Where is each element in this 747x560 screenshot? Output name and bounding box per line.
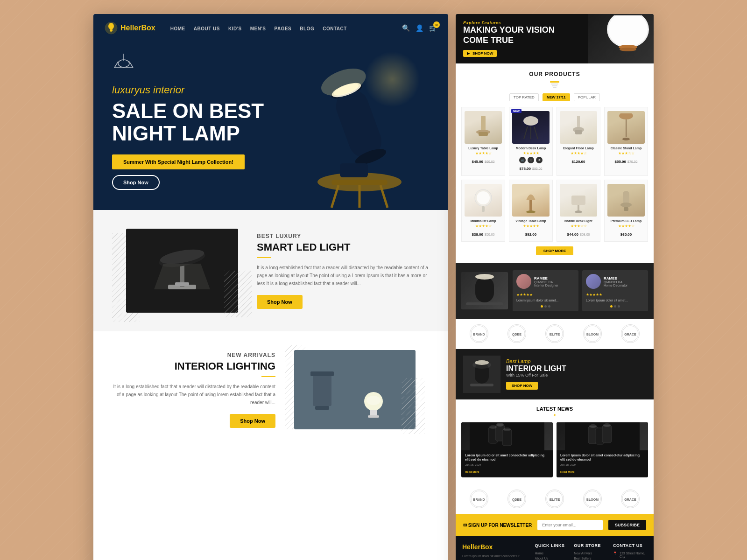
product-stars-7: ★★★☆☆ [560,224,597,228]
svg-rect-32 [315,406,329,410]
product-stars-4: ★★★☆☆ [607,151,645,155]
svg-rect-28 [175,282,189,286]
promo-title: Interior Light [506,364,646,373]
footer-link-best-sellers[interactable]: Best Sellers [574,557,607,560]
svg-rect-62 [482,206,485,212]
products-grid: Luxury Table Lamp ★★★★☆ $45.00$60.00 NEW [461,107,648,242]
logo-icon [105,21,118,35]
svg-rect-35 [368,415,379,418]
news-read-more-2[interactable]: Read More [560,470,575,473]
latest-news-title: LATEST NEWS [461,406,648,412]
svg-line-7 [129,62,133,68]
dot-4[interactable] [610,305,613,308]
svg-point-101 [603,423,611,427]
testimonial-dots-2 [586,305,644,308]
promo-italic-label: Best Lamp [506,358,646,364]
product-card-1: Luxury Table Lamp ★★★★☆ $45.00$60.00 [461,107,505,176]
dot-2[interactable] [544,305,547,308]
svg-point-36 [366,396,381,405]
product-name-8: Premium LED Lamp [607,219,645,223]
products-tabs: TOP RATED NEW 17/11 POPULAR [461,93,648,101]
dot-6[interactable] [618,305,620,308]
cart-add-icon[interactable]: 🛒 [519,157,526,163]
product-card-5: Minimalist Lamp ★★★★☆ $38.00$50.00 [461,180,505,242]
dot-5[interactable] [614,305,616,308]
product-price-1: $45.00$60.00 [465,156,502,165]
page-wrapper: HellerBox HOME ABOUT US KID'S MEN'S PAGE… [93,14,654,560]
svg-text:BRAND: BRAND [473,498,485,501]
footer-about-text: Lorem ipsum dolor sit amet consectetur a… [462,553,529,560]
hero-primary-cta-button[interactable]: Summer With Special Night Lamp Collectio… [112,154,245,169]
dot-3[interactable] [548,305,550,308]
brand-logo-8: ELITE [545,490,564,508]
logo[interactable]: HellerBox [105,21,155,35]
smart-led-shop-button[interactable]: Shop Now [257,295,303,309]
promo-shop-button[interactable]: SHOP NOW [506,382,538,390]
right-hero-badge[interactable]: ▶ SHOP NOW [463,50,497,57]
testimonial-avatar-2 [586,274,601,289]
products-section-title: OUR PRODUCTS [461,71,648,77]
svg-rect-71 [475,277,494,302]
newsletter-subscribe-button[interactable]: SUBSCRIBE [608,520,646,530]
footer-logo: HellerBox [462,543,529,551]
badge-text: SHOP NOW [472,51,493,56]
footer-link-home[interactable]: Home [535,552,569,555]
product-name-5: Minimalist Lamp [465,219,502,223]
tab-popular[interactable]: POPULAR [574,93,600,101]
eye-icon[interactable]: 👁 [536,157,543,163]
news-read-more-1[interactable]: Read More [465,470,479,473]
footer-section: HellerBox Lorem ipsum dolor sit amet con… [456,536,654,560]
footer-link-about[interactable]: About Us [535,557,569,560]
product-image-5 [465,184,502,217]
dot-1[interactable] [541,305,543,308]
svg-rect-30 [313,373,331,406]
svg-rect-29 [294,350,416,429]
hero-section: HellerBox HOME ABOUT US KID'S MEN'S PAGE… [93,14,448,210]
brands-row-2: BRAND QDEE ELITE BLOOM GRACE [456,484,654,514]
left-panel: HellerBox HOME ABOUT US KID'S MEN'S PAGE… [93,14,448,560]
footer-col-store: OUR STORE New Arrivals Best Sellers Sale… [574,543,607,560]
nav-blog[interactable]: BLOG [300,24,314,32]
cart-icon[interactable]: 🛒 0 [429,24,437,32]
shop-more-button[interactable]: SHOP MORE [536,246,574,255]
svg-point-50 [523,116,538,126]
nav-home[interactable]: HOME [170,24,185,32]
svg-text:QDEE: QDEE [512,333,521,336]
svg-text:ELITE: ELITE [550,332,560,336]
brand-logo-7: QDEE [507,490,526,508]
brand-logo-3: ELITE [545,324,564,343]
testimonial-dots-1 [516,305,575,308]
nav-pages[interactable]: PAGES [275,24,292,32]
svg-rect-56 [575,130,582,134]
footer-grid: HellerBox Lorem ipsum dolor sit amet con… [462,543,647,560]
footer-store-title: OUR STORE [574,543,607,548]
tab-top-rated[interactable]: TOP RATED [509,93,539,101]
nav-mens[interactable]: MEN'S [250,24,266,32]
svg-rect-73 [466,302,503,305]
main-nav: HellerBox HOME ABOUT US KID'S MEN'S PAGE… [93,14,448,42]
footer-link-new-arrivals[interactable]: New Arrivals [574,552,607,555]
nav-contact[interactable]: CONTACT [323,24,347,32]
news-title-text-1: Lorem ipsum dolor sit amet consectetur a… [465,453,549,462]
newsletter-email-input[interactable] [537,520,603,530]
nav-kids[interactable]: KID'S [228,24,242,32]
svg-rect-92 [502,429,512,446]
tab-new[interactable]: NEW 17/11 [543,93,570,101]
svg-rect-43 [551,84,558,84]
smart-led-label: BEST LUXURY [257,233,430,239]
brands-row: BRAND QDEE ELITE BLOOM [456,319,654,349]
new-arrivals-shop-button[interactable]: Shop Now [230,414,275,428]
heart-icon[interactable]: ♡ [528,157,534,163]
news-title-text-2: Lorem ipsum dolor sit amet consectetur a… [560,453,644,462]
search-icon[interactable]: 🔍 [402,24,410,32]
new-arrivals-text: NEW ARRIVALS INTERIOR LIGHTING It is a l… [112,352,275,428]
product-price-8: $65.00 [607,229,645,238]
news-card-2: Lorem ipsum dolor sit amet consectetur a… [557,422,648,478]
user-icon[interactable]: 👤 [416,24,423,32]
gold-divider-2 [261,376,275,377]
nav-about[interactable]: ABOUT US [194,24,220,32]
products-icon [461,81,648,91]
product-price-4: $55.00$70.00 [607,156,645,165]
hero-secondary-cta-button[interactable]: Shop Now [112,175,160,190]
testimonial-role-1: Interior Designer [534,284,558,287]
